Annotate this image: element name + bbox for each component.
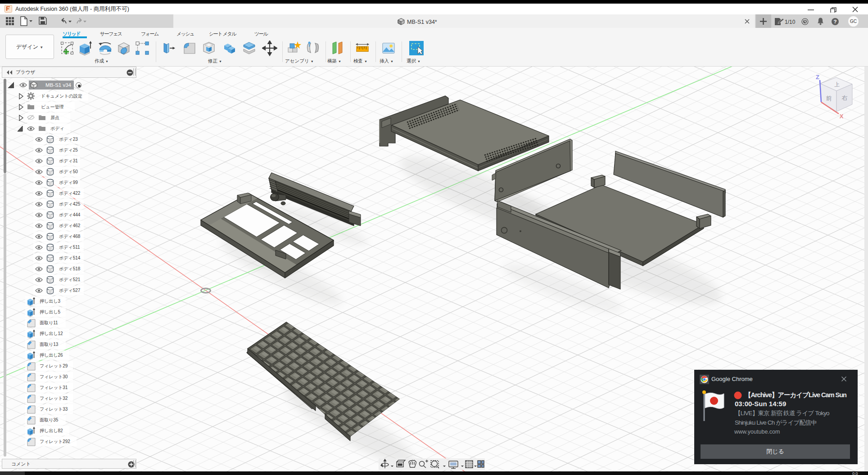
svg-text:X: X (840, 113, 844, 120)
svg-text:Z: Z (816, 74, 819, 81)
svg-text:上: 上 (834, 81, 840, 88)
svg-text:?: ? (833, 19, 836, 24)
svg-text:前: 前 (826, 95, 832, 102)
svg-text:右: 右 (842, 94, 848, 101)
